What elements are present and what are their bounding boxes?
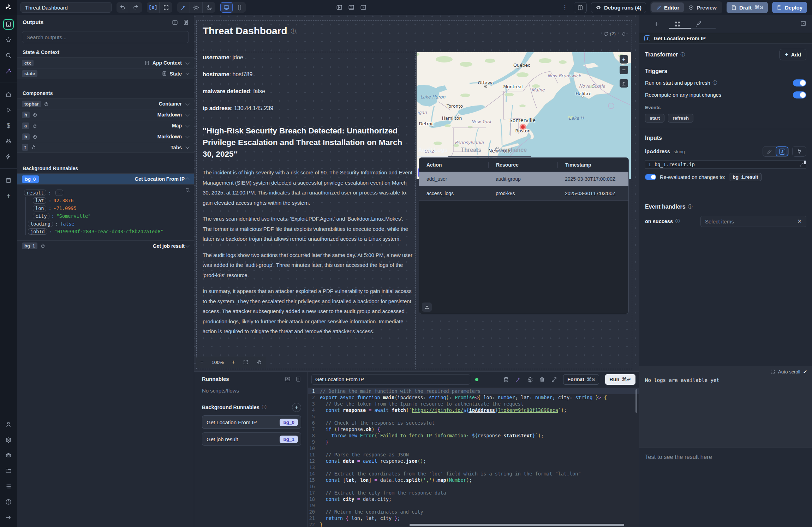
- runnable-item[interactable]: Get Location From IPbg_0: [202, 415, 301, 429]
- more-menu-icon[interactable]: ⋮: [560, 4, 569, 11]
- rail-triggers-icon[interactable]: [3, 151, 14, 162]
- fullscreen-button[interactable]: [160, 2, 172, 13]
- chevron-down-icon[interactable]: [185, 134, 189, 138]
- app-title-input[interactable]: Threat Dashboard: [20, 2, 112, 13]
- ai-assist-icon[interactable]: [515, 377, 521, 383]
- json-key[interactable]: jobId: [28, 228, 47, 235]
- column-header[interactable]: Timestamp: [557, 162, 628, 168]
- format-button[interactable]: Format⌘S: [563, 374, 599, 385]
- code-line[interactable]: 13: [308, 464, 639, 471]
- code-line[interactable]: 19: [308, 502, 639, 509]
- connections-icon[interactable]: [621, 31, 626, 36]
- clear-select-icon[interactable]: ✕: [797, 218, 802, 224]
- code-line[interactable]: 5: [308, 413, 639, 420]
- windmill-logo[interactable]: [0, 0, 17, 15]
- docs-button[interactable]: [574, 2, 587, 13]
- recompute-toggle[interactable]: [793, 91, 806, 98]
- rail-favorites-icon[interactable]: [3, 35, 14, 45]
- app-canvas[interactable]: Threat Dashboardⓘ (2) username: jdoehost…: [194, 15, 639, 371]
- zoom-out-button[interactable]: −: [200, 359, 203, 365]
- chevron-down-icon[interactable]: [185, 145, 189, 149]
- rail-settings-icon[interactable]: [3, 435, 14, 445]
- eval-mode-button[interactable]: f: [776, 146, 788, 156]
- map-extent-button[interactable]: [620, 79, 628, 88]
- on-success-select[interactable]: Select items✕: [700, 216, 806, 227]
- bg0-row[interactable]: bg_0 Get Location From IP: [17, 173, 194, 184]
- code-line[interactable]: 4 const response = await fetch(`https://…: [308, 407, 639, 413]
- code-line[interactable]: 7 if (!response.ok) {: [308, 426, 639, 432]
- code-line[interactable]: 18 const city = data.city;: [308, 496, 639, 502]
- rail-ai-icon[interactable]: [3, 66, 14, 76]
- runnable-item[interactable]: Get job resultbg_1: [202, 432, 301, 446]
- delete-script-icon[interactable]: [539, 377, 545, 383]
- code-line[interactable]: 16: [308, 483, 639, 490]
- ai-wand-icon[interactable]: [177, 2, 190, 13]
- toggle-left-panel-icon[interactable]: [336, 4, 342, 11]
- code-editor[interactable]: 1// Define the main function with the re…: [308, 387, 639, 527]
- code-line[interactable]: 14 // Extract the coordinates from the '…: [308, 471, 639, 477]
- json-key[interactable]: result: [24, 190, 46, 196]
- expand-logs-icon[interactable]: [770, 369, 775, 374]
- input-expression-editor[interactable]: 1 bg_1.result.ip: [645, 160, 806, 169]
- check-icon[interactable]: ✔: [803, 369, 807, 375]
- rail-schedules-icon[interactable]: [3, 175, 14, 186]
- tab-threats[interactable]: Threats: [460, 145, 482, 157]
- json-key[interactable]: city: [33, 213, 49, 219]
- redo-button[interactable]: [129, 2, 142, 13]
- json-search-icon[interactable]: [185, 187, 190, 193]
- doc-list-icon[interactable]: [183, 19, 189, 25]
- output-row[interactable]: stateState: [17, 68, 194, 79]
- code-line[interactable]: 17 // Extract the city from the response…: [308, 490, 639, 496]
- output-row[interactable]: hMarkdown: [17, 109, 194, 120]
- rail-variables-icon[interactable]: $: [3, 120, 14, 131]
- styling-tab-icon[interactable]: [695, 20, 702, 27]
- dashboard-title[interactable]: Threat Dashboardⓘ: [203, 25, 296, 37]
- table-row[interactable]: access_logsprod-k8s2025-03-30T17:03:00Z: [419, 186, 628, 201]
- tab-audit-logs[interactable]: Audit Logs: [417, 145, 448, 157]
- settings-tab-icon[interactable]: [674, 20, 681, 28]
- insert-tab-icon[interactable]: [653, 21, 660, 27]
- expand-expression-icon[interactable]: [799, 162, 804, 167]
- code-line[interactable]: 20 // Return the coordinates and city: [308, 509, 639, 515]
- code-line[interactable]: 10: [308, 445, 639, 451]
- code-line[interactable]: 11 // Parse the response as JSON: [308, 451, 639, 458]
- json-key[interactable]: lat: [33, 197, 46, 204]
- doc-icon[interactable]: [295, 376, 301, 382]
- map-zoom-in-button[interactable]: +: [620, 55, 628, 64]
- collapse-bottom-icon[interactable]: [285, 376, 291, 382]
- deploy-button[interactable]: Deploy: [772, 2, 807, 13]
- code-line[interactable]: 6 // Check if the response is successful: [308, 420, 639, 426]
- tab-preview[interactable]: Preview: [684, 2, 721, 12]
- hide-bars-button[interactable]: [0]: [147, 2, 160, 13]
- mobile-view-button[interactable]: [233, 2, 246, 13]
- chevron-up-icon[interactable]: [185, 178, 189, 181]
- output-row[interactable]: aMap: [17, 120, 194, 131]
- rail-runs-icon[interactable]: [3, 105, 14, 115]
- connect-input-button[interactable]: [792, 146, 806, 157]
- fit-view-button[interactable]: [243, 359, 249, 365]
- rail-folders-icon[interactable]: [3, 466, 14, 476]
- add-transformer-button[interactable]: +Add: [780, 49, 806, 60]
- add-runnable-button[interactable]: +: [292, 403, 301, 412]
- rail-resources-icon[interactable]: [3, 136, 14, 146]
- cache-icon[interactable]: [503, 377, 509, 383]
- column-header[interactable]: Action: [419, 162, 488, 168]
- chevron-down-icon[interactable]: [185, 71, 189, 75]
- search-outputs-input[interactable]: Search outputs...: [22, 31, 189, 43]
- code-line[interactable]: 3 // Use the token from the Ipinfo resou…: [308, 401, 639, 407]
- output-row[interactable]: fTabs: [17, 142, 194, 153]
- json-key[interactable]: lon: [33, 205, 46, 211]
- chevron-down-icon[interactable]: [185, 243, 189, 247]
- bg1-row[interactable]: bg_1 Get job result: [17, 240, 194, 251]
- json-key[interactable]: loading: [28, 221, 53, 227]
- rail-users-icon[interactable]: [3, 419, 14, 430]
- tab-compliance[interactable]: Compliance: [494, 145, 527, 157]
- output-row[interactable]: bMarkdown: [17, 131, 194, 142]
- collapse-node-button[interactable]: -: [55, 190, 63, 196]
- rail-search-icon[interactable]: [3, 50, 14, 61]
- expand-editor-icon[interactable]: [551, 377, 557, 383]
- event-badge-refresh[interactable]: refresh: [668, 114, 693, 122]
- code-line[interactable]: 12 const data = await response.json();: [308, 458, 639, 464]
- refresh-indicator[interactable]: (2): [603, 31, 616, 36]
- code-line[interactable]: 2export async function main(ipAddress: s…: [308, 394, 639, 401]
